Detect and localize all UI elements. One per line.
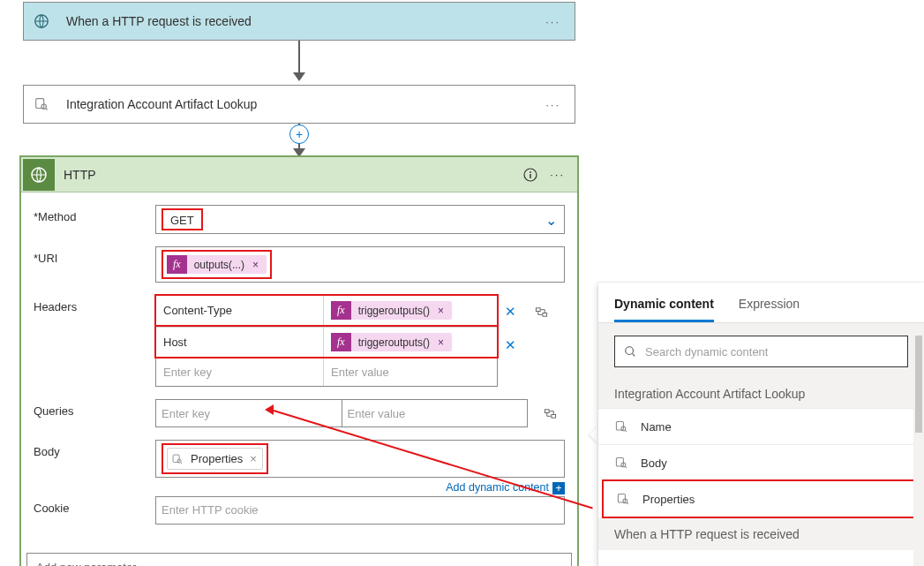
step-title: Integration Account Artifact Lookup [59,97,545,111]
chevron-down-icon: ⌄ [545,211,557,228]
token-text: Properties [191,452,243,465]
close-icon[interactable]: × [435,305,447,317]
close-icon[interactable]: × [435,336,447,349]
label-headers: Headers [34,295,155,387]
svg-rect-9 [545,409,549,412]
svg-rect-8 [543,313,547,316]
label-method: *Method [34,205,155,234]
svg-rect-10 [551,414,555,418]
dynamic-section-title: When a HTTP request is received [598,518,924,550]
chevron-down-icon [293,72,305,81]
fx-icon: fx [167,255,187,274]
chevron-down-icon: ⌄ [552,561,562,566]
fx-text: triggeroutputs() [358,305,430,317]
remove-header-icon[interactable]: ✕ [505,304,535,320]
header-key-input[interactable]: Host [156,328,324,357]
connector-line [298,41,300,72]
lookup-icon [616,492,630,506]
field-body: Body Properties × Add dynamic con [34,440,565,494]
label-body: Body [34,440,155,494]
more-icon[interactable]: ··· [550,168,577,181]
svg-rect-1 [36,99,44,109]
svg-rect-18 [618,494,625,502]
svg-rect-11 [173,455,179,462]
remove-header-icon[interactable]: ✕ [505,337,535,353]
field-queries: Queries Enter key Enter value [34,399,565,427]
header-key-input[interactable]: Enter key [156,358,324,386]
svg-rect-14 [616,421,623,430]
field-uri: *URI fx outputs(...) × [34,246,565,283]
svg-rect-6 [530,174,530,178]
dynamic-item-name[interactable]: Name [598,408,924,444]
fx-token[interactable]: fx triggeroutputs() × [331,301,452,320]
dynamic-token[interactable]: Properties × [167,448,263,470]
method-select[interactable]: GET ⌄ [155,205,565,234]
search-input[interactable]: Search dynamic content [614,336,908,367]
svg-point-5 [530,171,531,173]
fx-icon: fx [331,333,351,351]
fx-token[interactable]: fx triggeroutputs() × [331,333,452,351]
more-icon[interactable]: ··· [545,15,575,28]
step-title: When a HTTP request is received [59,14,545,28]
header-row: Host fx triggeroutputs() × [156,327,497,357]
switch-mode-icon[interactable] [535,399,565,427]
lookup-icon [24,86,59,123]
action-http-card: HTTP ··· *Method GET ⌄ *URI [19,155,579,566]
dynamic-content-panel: Dynamic content Expression Search dynami… [598,283,924,566]
info-icon[interactable] [523,168,537,182]
cookie-input[interactable]: Enter HTTP cookie [155,496,565,524]
globe-icon [23,159,55,191]
flyout-pointer [590,426,598,443]
dynamic-item-properties[interactable]: Properties [602,479,920,518]
scrollbar-thumb[interactable] [915,336,922,433]
header-value-input[interactable]: fx triggeroutputs() × [324,328,497,357]
more-icon[interactable]: ··· [545,98,575,111]
switch-mode-icon[interactable] [535,306,565,319]
lookup-icon [171,453,184,465]
uri-input[interactable]: fx outputs(...) × [155,246,565,283]
fx-icon: fx [331,301,351,320]
scrollbar[interactable] [913,332,924,566]
header-value-input[interactable]: fx triggeroutputs() × [324,296,497,325]
step-artifact-lookup[interactable]: Integration Account Artifact Lookup ··· [23,85,575,124]
tab-dynamic-content[interactable]: Dynamic content [614,297,714,322]
action-http-header[interactable]: HTTP ··· [21,157,577,192]
method-value: GET [162,208,203,230]
add-step-button[interactable]: + [289,125,309,144]
fx-text: triggeroutputs() [358,336,430,349]
close-icon[interactable]: × [250,259,261,271]
label-queries: Queries [34,399,155,427]
label-cookie: Cookie [34,496,155,524]
field-headers: Headers Content-Type fx triggeroutputs()… [34,295,565,387]
lookup-icon [614,419,628,434]
close-icon[interactable]: × [250,452,257,465]
annotation-arrowhead [265,404,274,415]
add-dynamic-content-link[interactable]: Add dynamic content+ [155,481,565,494]
svg-point-13 [626,347,634,355]
search-placeholder: Search dynamic content [645,345,768,358]
field-method: *Method GET ⌄ [34,205,565,234]
add-parameter-label: Add new parameter [36,561,136,566]
action-title: HTTP [55,168,523,182]
header-value-input[interactable]: Enter value [324,358,497,386]
svg-rect-16 [616,457,623,466]
fx-text: outputs(...) [194,259,244,271]
header-row-empty: Enter key Enter value [156,357,497,386]
field-cookie: Cookie Enter HTTP cookie [34,496,565,524]
globe-icon [24,3,59,40]
body-input[interactable]: Properties × [155,440,565,478]
tab-expression[interactable]: Expression [739,297,800,322]
search-icon [624,345,636,358]
lookup-icon [614,456,628,470]
query-value-input[interactable]: Enter value [342,399,529,427]
svg-rect-7 [536,307,540,311]
dynamic-item-body[interactable]: Body [598,444,924,480]
label-uri: *URI [34,246,155,283]
fx-token[interactable]: fx outputs(...) × [167,255,267,274]
step-http-trigger[interactable]: When a HTTP request is received ··· [23,2,575,41]
header-key-input[interactable]: Content-Type [156,296,324,325]
dynamic-section-title: Integration Account Artifact Lookup [598,380,924,408]
add-parameter-select[interactable]: Add new parameter ⌄ [26,553,572,566]
header-row: Content-Type fx triggeroutputs() × [156,296,497,325]
